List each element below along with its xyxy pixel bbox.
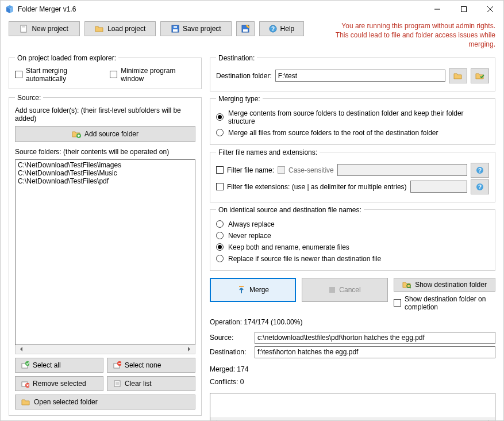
admin-warning-line2: This could lead to file and folder acces… — [309, 30, 495, 49]
list-item[interactable]: C:\NetDownload\TestFiles\pdf — [17, 177, 194, 185]
list-item[interactable]: C:\NetDownload\TestFiles\Music — [17, 169, 194, 177]
svg-rect-14 — [243, 29, 248, 32]
radio-icon — [216, 129, 224, 136]
radio-icon — [216, 255, 224, 262]
identical-group: On identical source and destination file… — [210, 206, 495, 271]
folder-check-icon — [475, 72, 484, 80]
newer-replace-radio[interactable]: Replace if source file is newer than des… — [216, 255, 489, 263]
start-merging-checkbox[interactable]: Start merging automatically — [15, 67, 104, 83]
admin-warning: You are running this program without adm… — [309, 21, 495, 49]
start-merging-label: Start merging automatically — [26, 67, 104, 83]
save-project-button[interactable]: Save project — [160, 21, 232, 36]
source-list-desc: Source folders: (their contents will be … — [15, 148, 195, 156]
identical-legend: On identical source and destination file… — [216, 206, 364, 214]
svg-rect-9 — [22, 28, 25, 28]
new-project-button[interactable]: New project — [9, 21, 80, 36]
filter-name-input[interactable] — [337, 164, 467, 176]
select-all-icon — [21, 361, 29, 369]
save-icon — [171, 25, 179, 33]
select-none-icon — [113, 361, 121, 369]
merge-to-root-label: Merge all files from source folders to t… — [228, 129, 438, 137]
remove-icon — [21, 380, 29, 388]
status-dest-value: f:\test\horton hatches the egg.pdf — [255, 346, 495, 358]
svg-text:?: ? — [478, 167, 482, 174]
window-title: Folder Merger v1.6 — [18, 5, 424, 13]
filter-name-checkbox[interactable]: Filter file name: — [216, 166, 274, 174]
minimize-button[interactable] — [424, 1, 451, 18]
never-replace-label: Never replace — [228, 232, 271, 240]
folder-open-icon — [21, 398, 30, 406]
svg-rect-11 — [173, 29, 178, 32]
save-as-icon — [241, 25, 249, 33]
svg-rect-37 — [329, 287, 335, 293]
status-source-label: Source: — [210, 334, 251, 342]
svg-line-39 — [410, 287, 411, 288]
open-selected-button[interactable]: Open selected folder — [15, 395, 195, 409]
toolbar: New project Load project Save project ? … — [9, 21, 495, 49]
svg-rect-12 — [174, 26, 177, 28]
help-icon: ? — [476, 166, 484, 174]
horizontal-scrollbar[interactable] — [15, 345, 195, 354]
merge-button[interactable]: Merge — [210, 278, 296, 302]
horizontal-scrollbar[interactable] — [210, 418, 495, 421]
cancel-button[interactable]: Cancel — [302, 278, 388, 302]
titlebar: Folder Merger v1.6 — [1, 1, 503, 18]
cancel-icon — [329, 286, 336, 293]
source-legend: Source: — [15, 94, 43, 102]
maximize-button[interactable] — [451, 1, 477, 18]
new-project-icon — [20, 25, 28, 33]
merge-keep-structure-radio[interactable]: Merge contents from source folders to de… — [216, 109, 489, 125]
admin-warning-line1: You are running this program without adm… — [309, 21, 495, 30]
open-selected-label: Open selected folder — [34, 398, 98, 406]
filter-legend: Filter file names and extensions: — [216, 148, 320, 156]
new-project-label: New project — [32, 25, 68, 33]
filter-ext-input[interactable] — [410, 181, 467, 193]
open-destination-button[interactable] — [471, 68, 489, 83]
list-item[interactable]: C:\NetDownload\TestFiles\images — [17, 161, 194, 169]
clear-list-button[interactable]: Clear list — [107, 376, 195, 391]
folder-icon — [453, 72, 463, 80]
remove-selected-label: Remove selected — [33, 380, 86, 388]
minimize-checkbox[interactable]: Minimize program window — [110, 67, 195, 83]
keep-both-radio[interactable]: Keep both and rename, enumerate files — [216, 243, 489, 251]
help-button[interactable]: ? Help — [259, 21, 304, 36]
source-folders-list[interactable]: C:\NetDownload\TestFiles\images C:\NetDo… — [15, 159, 195, 345]
svg-rect-7 — [21, 25, 26, 32]
help-icon: ? — [269, 25, 277, 33]
load-project-button[interactable]: Load project — [84, 21, 156, 36]
select-all-button[interactable]: Select all — [15, 358, 103, 373]
merging-type-legend: Merging type: — [216, 95, 263, 103]
newer-replace-label: Replace if source file is newer than des… — [228, 255, 381, 263]
show-on-completion-checkbox[interactable]: Show destination folder on completion — [394, 295, 495, 311]
remove-selected-button[interactable]: Remove selected — [15, 376, 103, 391]
svg-text:?: ? — [271, 26, 275, 32]
on-load-legend: On project loaded from explorer: — [15, 54, 118, 62]
save-project-label: Save project — [183, 25, 221, 33]
add-source-button[interactable]: Add source folder — [15, 126, 195, 142]
add-source-label: Add source folder — [84, 130, 138, 138]
merging-type-group: Merging type: Merge contents from source… — [210, 95, 495, 145]
status-source-value: c:\netdownload\testfiles\pdf\horton hatc… — [255, 332, 495, 344]
minimize-label: Minimize program window — [121, 67, 195, 83]
destination-legend: Destination: — [216, 54, 257, 62]
filter-group: Filter file names and extensions: Filter… — [210, 148, 495, 202]
select-none-button[interactable]: Select none — [107, 358, 195, 373]
browse-destination-button[interactable] — [449, 68, 467, 83]
destination-input[interactable]: F:\test — [275, 70, 445, 82]
always-replace-label: Always replace — [228, 220, 275, 228]
merge-to-root-radio[interactable]: Merge all files from source folders to t… — [216, 129, 489, 137]
help-label: Help — [280, 25, 295, 33]
radio-icon — [216, 220, 224, 228]
merged-count: Merged: 174 — [210, 365, 495, 373]
show-destination-button[interactable]: Show destination folder — [394, 278, 495, 292]
case-sensitive-checkbox[interactable]: Case-sensitive — [278, 166, 334, 174]
close-button[interactable] — [477, 1, 503, 18]
filter-ext-help-button[interactable]: ? — [471, 179, 489, 194]
filter-name-help-button[interactable]: ? — [471, 163, 489, 178]
never-replace-radio[interactable]: Never replace — [216, 232, 489, 240]
filter-ext-checkbox[interactable]: Filter file extensions: (use | as delimi… — [216, 183, 407, 191]
always-replace-radio[interactable]: Always replace — [216, 220, 489, 228]
merge-label: Merge — [249, 286, 269, 294]
log-textarea[interactable] — [210, 393, 495, 421]
save-as-button[interactable] — [236, 21, 255, 36]
